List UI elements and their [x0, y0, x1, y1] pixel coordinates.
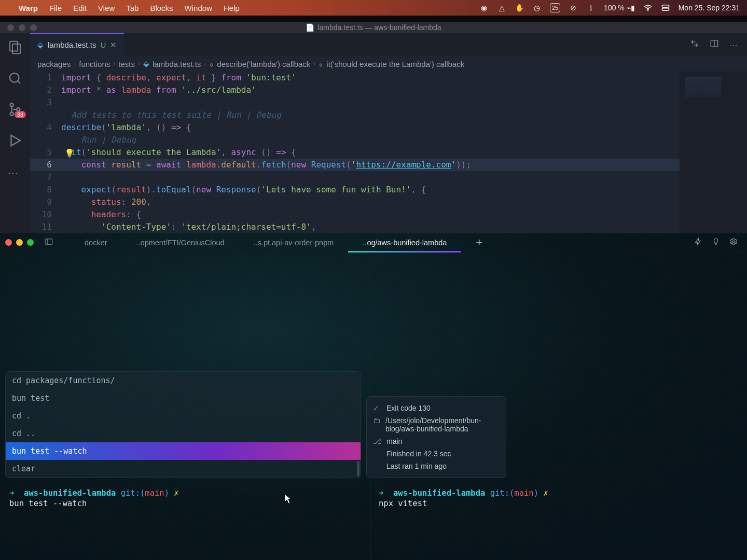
battery-status[interactable]: 100 % ⌁▮ — [604, 4, 635, 12]
new-tab-button[interactable]: + — [468, 236, 490, 249]
codelens[interactable]: Run | Debug — [81, 135, 136, 145]
command-input-right[interactable]: npx vitest — [379, 499, 427, 508]
warp-body[interactable]: cd packages/functions/ bun test cd . cd … — [0, 252, 747, 560]
source-control-icon[interactable]: 33 — [7, 102, 23, 117]
menu-edit[interactable]: Edit — [73, 4, 87, 12]
hand-icon[interactable]: ✋ — [515, 3, 524, 12]
tab-filename: lambda.test.ts — [48, 40, 96, 49]
dnd-icon[interactable]: ⊘ — [569, 3, 578, 12]
command-input-left[interactable]: bun test --watch — [9, 499, 87, 508]
window-controls[interactable] — [5, 239, 34, 246]
lightbulb-icon[interactable]: 💡 — [64, 147, 75, 160]
svg-rect-3 — [10, 41, 18, 51]
record-icon[interactable]: ◉ — [479, 3, 489, 12]
history-popup: cd packages/functions/ bun test cd . cd … — [5, 371, 361, 478]
warp-titlebar: docker ..opment/FTI/GeniusCloud ..s.pt.a… — [0, 233, 747, 252]
vscode-title-text: lambda.test.ts — aws-bunified-lambda — [317, 23, 441, 32]
menubar-datetime[interactable]: Mon 25. Sep 22:31 — [679, 4, 740, 12]
prompt-left: ➜ aws-bunified-lambda git:(main) ✗ — [9, 488, 179, 498]
warp-tab[interactable]: docker — [70, 233, 122, 252]
scrollbar[interactable] — [357, 461, 359, 477]
vscode-titlebar: 📄 lambda.test.ts — aws-bunified-lambda — [0, 22, 747, 33]
menu-blocks[interactable]: Blocks — [150, 4, 173, 12]
settings-icon[interactable] — [729, 237, 738, 248]
prompt-right: ➜ aws-bunified-lambda git:(main) ✗ — [379, 488, 548, 498]
editor-tabbar: ⬙ lambda.test.ts U ✕ … — [30, 33, 747, 56]
info-exit: Exit code 130 — [386, 404, 431, 412]
editor-area: ⬙ lambda.test.ts U ✕ … packages› functio… — [30, 33, 747, 233]
ts-icon: ⬙ — [143, 59, 149, 68]
more-icon[interactable]: … — [7, 164, 23, 179]
search-icon[interactable] — [7, 71, 23, 86]
folder-icon: 🗀 — [373, 416, 380, 425]
window-controls[interactable] — [7, 24, 37, 31]
calendar-icon[interactable]: 25 — [550, 3, 560, 12]
minimap[interactable] — [680, 72, 747, 233]
file-icon: 📄 — [306, 23, 314, 32]
split-editor-icon[interactable] — [710, 39, 719, 50]
hint-icon[interactable] — [712, 237, 720, 248]
run-debug-icon[interactable] — [7, 133, 23, 148]
history-item[interactable]: bun test — [6, 389, 361, 407]
menu-window[interactable]: Window — [185, 4, 212, 12]
clock-icon[interactable]: ◷ — [532, 3, 542, 12]
code-editor[interactable]: 💡 1import { describe, expect, it } from … — [30, 72, 747, 233]
bolt-icon[interactable] — [694, 237, 702, 248]
svg-point-11 — [732, 241, 735, 243]
history-item-selected[interactable]: bun test --watch — [6, 442, 361, 460]
bc-seg[interactable]: lambda.test.ts — [153, 60, 201, 68]
tab-close-icon[interactable]: ✕ — [110, 40, 117, 50]
menu-file[interactable]: File — [49, 4, 62, 12]
check-icon: ✓ — [373, 404, 381, 412]
breadcrumb[interactable]: packages› functions› tests› ⬙ lambda.tes… — [30, 56, 747, 72]
svg-rect-1 — [662, 5, 669, 8]
info-branch: main — [386, 437, 402, 445]
ellipsis-icon[interactable]: … — [729, 39, 738, 50]
compare-icon[interactable] — [690, 39, 699, 50]
history-item[interactable]: cd . — [6, 407, 361, 425]
bluetooth-icon[interactable]: ᛒ — [586, 3, 596, 12]
bc-seg[interactable]: it('should execute the Lambda') callback — [326, 60, 464, 68]
info-path: /Users/jolo/Development/bun-blog/aws-bun… — [385, 416, 500, 433]
menu-view[interactable]: View — [98, 4, 115, 12]
info-duration: Finished in 42.3 sec — [386, 450, 451, 458]
mouse-cursor — [284, 494, 292, 504]
control-center-icon[interactable] — [661, 3, 670, 12]
menu-tab[interactable]: Tab — [126, 4, 139, 12]
macos-menubar: Warp File Edit View Tab Blocks Window He… — [0, 0, 747, 16]
triangle-icon[interactable]: △ — [497, 3, 506, 12]
svg-rect-2 — [662, 8, 669, 11]
svg-point-7 — [10, 113, 13, 116]
scm-badge: 33 — [15, 111, 26, 118]
bc-seg[interactable]: tests — [118, 60, 135, 68]
bc-seg[interactable]: packages — [37, 60, 71, 68]
warp-tab[interactable]: ..s.pt.api-av-order-pnpm — [239, 233, 349, 252]
editor-tab[interactable]: ⬙ lambda.test.ts U ✕ — [30, 33, 124, 56]
symbol-icon: ⬨ — [319, 60, 323, 68]
ts-icon: ⬙ — [37, 40, 44, 50]
svg-rect-4 — [12, 44, 20, 54]
menubar-app[interactable]: Warp — [19, 4, 38, 12]
wifi-icon[interactable] — [643, 3, 653, 12]
activity-bar: 33 … — [0, 33, 30, 233]
command-info-popup: ✓Exit code 130 🗀/Users/jolo/Development/… — [366, 396, 506, 478]
vscode-window: 📄 lambda.test.ts — aws-bunified-lambda 3… — [0, 22, 747, 233]
warp-window: docker ..opment/FTI/GeniusCloud ..s.pt.a… — [0, 233, 747, 560]
warp-tab[interactable]: ..opment/FTI/GeniusCloud — [122, 233, 239, 252]
warp-tab[interactable]: ..og/aws-bunified-lambda — [348, 233, 461, 252]
svg-rect-10 — [45, 239, 52, 244]
bc-seg[interactable]: describe('lambda') callback — [217, 60, 310, 68]
warp-tabs: docker ..opment/FTI/GeniusCloud ..s.pt.a… — [70, 233, 461, 252]
history-item[interactable]: cd .. — [6, 425, 361, 442]
history-item[interactable]: cd packages/functions/ — [6, 372, 361, 389]
info-lastrun: Last ran 1 min ago — [386, 462, 447, 470]
svg-point-5 — [10, 73, 19, 82]
history-item[interactable]: clear — [6, 460, 361, 478]
branch-icon: ⎇ — [373, 437, 381, 445]
explorer-icon[interactable] — [7, 39, 23, 55]
svg-point-6 — [10, 103, 13, 106]
sidebar-icon[interactable] — [44, 237, 53, 248]
codelens[interactable]: Add tests to this test suite | Run | Deb… — [71, 110, 281, 120]
menu-help[interactable]: Help — [224, 4, 240, 12]
bc-seg[interactable]: functions — [79, 60, 110, 68]
